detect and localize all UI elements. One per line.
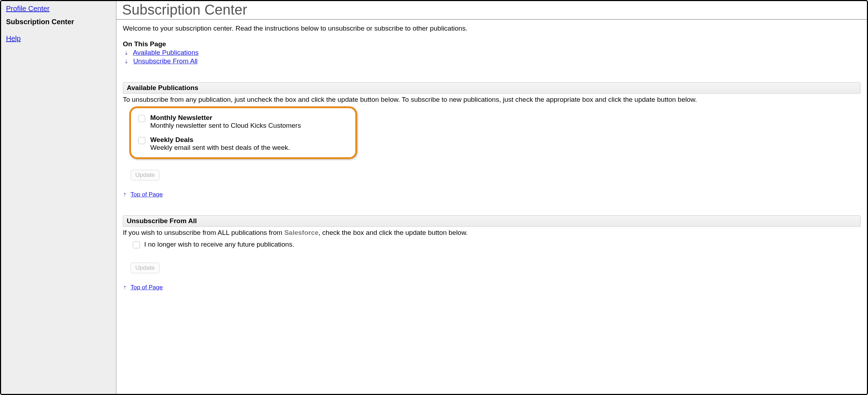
- up-arrow-icon: ⇡: [123, 285, 127, 290]
- sidebar-item-help[interactable]: Help: [6, 35, 111, 43]
- section-header-unsubscribe: Unsubscribe From All: [123, 215, 861, 227]
- link-top-of-page[interactable]: Top of Page: [130, 191, 163, 198]
- page-title: Subscription Center: [116, 1, 867, 20]
- welcome-text: Welcome to your subscription center. Rea…: [123, 25, 861, 32]
- publication-text: Monthly Newsletter Monthly newsletter se…: [150, 114, 301, 130]
- main-content: Subscription Center Welcome to your subs…: [116, 1, 867, 394]
- link-unsubscribe-from-all[interactable]: Unsubscribe From All: [133, 57, 198, 65]
- on-this-page-heading: On This Page: [123, 40, 861, 48]
- section-header-available: Available Publications: [123, 82, 861, 94]
- update-button-unsubscribe[interactable]: Update: [131, 263, 160, 273]
- section-body-unsubscribe: If you wish to unsubscribe from ALL publ…: [123, 227, 861, 291]
- unsubscribe-instructions-prefix: If you wish to unsubscribe from ALL publ…: [123, 229, 284, 236]
- link-available-publications[interactable]: Available Publications: [133, 49, 199, 56]
- unsubscribe-instructions: If you wish to unsubscribe from ALL publ…: [123, 229, 861, 237]
- publication-description: Weekly email sent with best deals of the…: [150, 144, 290, 152]
- publication-row: Monthly Newsletter Monthly newsletter se…: [138, 114, 347, 130]
- checkbox-monthly-newsletter[interactable]: [138, 115, 145, 122]
- publication-title: Weekly Deals: [150, 136, 290, 144]
- up-arrow-icon: ⇡: [123, 192, 127, 197]
- section-available-publications: Available Publications To unsubscribe fr…: [123, 82, 861, 198]
- unsubscribe-checkbox-row: I no longer wish to receive any future p…: [123, 237, 861, 248]
- unsubscribe-checkbox-label: I no longer wish to receive any future p…: [144, 241, 294, 248]
- section-unsubscribe-from-all: Unsubscribe From All If you wish to unsu…: [123, 215, 861, 291]
- update-button-available[interactable]: Update: [131, 170, 160, 180]
- publication-title: Monthly Newsletter: [150, 114, 301, 122]
- available-instructions: To unsubscribe from any publication, jus…: [123, 96, 861, 104]
- toc-item-available-publications: ⇣ Available Publications: [123, 49, 861, 57]
- top-of-page-link-wrapper: ⇡ Top of Page: [123, 284, 861, 291]
- section-body-available: To unsubscribe from any publication, jus…: [123, 94, 861, 198]
- unsubscribe-instructions-suffix: , check the box and click the update but…: [319, 229, 468, 236]
- toc-item-unsubscribe-from-all: ⇣ Unsubscribe From All: [123, 57, 861, 65]
- sidebar-item-subscription-center: Subscription Center: [6, 18, 111, 26]
- app-frame: Profile Center Subscription Center Help …: [0, 0, 868, 395]
- checkbox-unsubscribe-all[interactable]: [133, 241, 140, 248]
- top-of-page-link-wrapper: ⇡ Top of Page: [123, 191, 861, 198]
- down-arrow-icon: ⇣: [124, 59, 129, 64]
- checkbox-weekly-deals[interactable]: [138, 137, 145, 144]
- publications-highlight-box: Monthly Newsletter Monthly newsletter se…: [129, 106, 357, 159]
- org-name: Salesforce: [284, 229, 318, 236]
- sidebar: Profile Center Subscription Center Help: [1, 1, 116, 394]
- link-top-of-page[interactable]: Top of Page: [130, 284, 163, 291]
- publication-text: Weekly Deals Weekly email sent with best…: [150, 136, 290, 152]
- content-area: Welcome to your subscription center. Rea…: [116, 20, 867, 298]
- down-arrow-icon: ⇣: [124, 50, 129, 56]
- publication-row: Weekly Deals Weekly email sent with best…: [138, 136, 347, 152]
- sidebar-item-profile-center[interactable]: Profile Center: [6, 5, 111, 13]
- publication-description: Monthly newsletter sent to Cloud Kicks C…: [150, 122, 301, 130]
